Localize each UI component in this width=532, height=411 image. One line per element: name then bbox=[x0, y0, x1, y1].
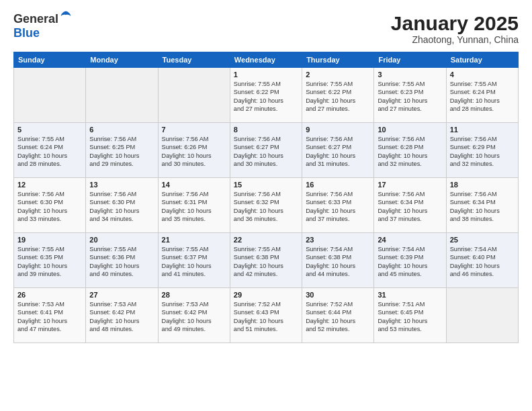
day-info: Sunrise: 7:56 AM Sunset: 6:32 PM Dayligh… bbox=[234, 190, 298, 224]
day-number: 22 bbox=[234, 236, 298, 244]
weekday-sunday: Sunday bbox=[14, 52, 86, 68]
day-info: Sunrise: 7:56 AM Sunset: 6:30 PM Dayligh… bbox=[17, 190, 82, 224]
calendar-table: SundayMondayTuesdayWednesdayThursdayFrid… bbox=[13, 52, 519, 343]
calendar-cell: 25Sunrise: 7:54 AM Sunset: 6:40 PM Dayli… bbox=[446, 233, 518, 288]
day-info: Sunrise: 7:56 AM Sunset: 6:34 PM Dayligh… bbox=[450, 190, 515, 224]
day-number: 30 bbox=[306, 291, 370, 299]
calendar-cell: 19Sunrise: 7:55 AM Sunset: 6:35 PM Dayli… bbox=[14, 233, 86, 288]
calendar-cell: 4Sunrise: 7:55 AM Sunset: 6:24 PM Daylig… bbox=[446, 68, 518, 123]
weekday-monday: Monday bbox=[86, 52, 158, 68]
weekday-thursday: Thursday bbox=[302, 52, 374, 68]
day-info: Sunrise: 7:55 AM Sunset: 6:36 PM Dayligh… bbox=[89, 245, 154, 279]
logo-blue: Blue bbox=[13, 26, 40, 40]
calendar-body: 1Sunrise: 7:55 AM Sunset: 6:22 PM Daylig… bbox=[14, 68, 519, 343]
calendar-cell: 28Sunrise: 7:53 AM Sunset: 6:42 PM Dayli… bbox=[158, 288, 230, 343]
calendar-cell: 27Sunrise: 7:53 AM Sunset: 6:42 PM Dayli… bbox=[86, 288, 158, 343]
day-info: Sunrise: 7:55 AM Sunset: 6:22 PM Dayligh… bbox=[306, 80, 370, 113]
day-number: 12 bbox=[17, 181, 82, 189]
day-info: Sunrise: 7:53 AM Sunset: 6:42 PM Dayligh… bbox=[89, 300, 154, 334]
day-info: Sunrise: 7:54 AM Sunset: 6:38 PM Dayligh… bbox=[306, 245, 370, 279]
day-info: Sunrise: 7:56 AM Sunset: 6:31 PM Dayligh… bbox=[162, 190, 226, 224]
calendar-week-2: 5Sunrise: 7:55 AM Sunset: 6:24 PM Daylig… bbox=[14, 123, 519, 178]
day-info: Sunrise: 7:55 AM Sunset: 6:37 PM Dayligh… bbox=[162, 245, 226, 279]
calendar-cell: 7Sunrise: 7:56 AM Sunset: 6:26 PM Daylig… bbox=[158, 123, 230, 178]
day-info: Sunrise: 7:56 AM Sunset: 6:26 PM Dayligh… bbox=[162, 135, 226, 169]
day-info: Sunrise: 7:55 AM Sunset: 6:38 PM Dayligh… bbox=[234, 245, 298, 279]
day-info: Sunrise: 7:51 AM Sunset: 6:45 PM Dayligh… bbox=[378, 300, 442, 334]
calendar-cell: 30Sunrise: 7:52 AM Sunset: 6:44 PM Dayli… bbox=[302, 288, 374, 343]
calendar-cell: 17Sunrise: 7:56 AM Sunset: 6:34 PM Dayli… bbox=[374, 178, 446, 233]
weekday-tuesday: Tuesday bbox=[158, 52, 230, 68]
calendar-cell: 29Sunrise: 7:52 AM Sunset: 6:43 PM Dayli… bbox=[230, 288, 302, 343]
logo-bird-icon bbox=[60, 10, 72, 22]
day-info: Sunrise: 7:54 AM Sunset: 6:40 PM Dayligh… bbox=[450, 245, 515, 279]
day-info: Sunrise: 7:53 AM Sunset: 6:41 PM Dayligh… bbox=[17, 300, 82, 334]
day-info: Sunrise: 7:55 AM Sunset: 6:24 PM Dayligh… bbox=[17, 135, 82, 169]
page-subtitle: Zhaotong, Yunnan, China bbox=[391, 34, 519, 45]
day-number: 5 bbox=[17, 126, 82, 134]
day-number: 4 bbox=[450, 71, 515, 79]
calendar-week-3: 12Sunrise: 7:56 AM Sunset: 6:30 PM Dayli… bbox=[14, 178, 519, 233]
day-number: 3 bbox=[378, 71, 442, 79]
calendar-cell: 14Sunrise: 7:56 AM Sunset: 6:31 PM Dayli… bbox=[158, 178, 230, 233]
day-number: 8 bbox=[234, 126, 298, 134]
calendar-cell: 3Sunrise: 7:55 AM Sunset: 6:23 PM Daylig… bbox=[374, 68, 446, 123]
day-number: 20 bbox=[89, 236, 154, 244]
calendar-cell: 22Sunrise: 7:55 AM Sunset: 6:38 PM Dayli… bbox=[230, 233, 302, 288]
day-number: 13 bbox=[89, 181, 154, 189]
calendar-cell: 12Sunrise: 7:56 AM Sunset: 6:30 PM Dayli… bbox=[14, 178, 86, 233]
calendar-cell: 5Sunrise: 7:55 AM Sunset: 6:24 PM Daylig… bbox=[14, 123, 86, 178]
weekday-friday: Friday bbox=[374, 52, 446, 68]
title-block: January 2025 Zhaotong, Yunnan, China bbox=[391, 12, 519, 45]
day-info: Sunrise: 7:53 AM Sunset: 6:42 PM Dayligh… bbox=[162, 300, 226, 334]
day-number: 11 bbox=[450, 126, 515, 134]
day-number: 31 bbox=[378, 291, 442, 299]
logo: General Blue bbox=[13, 12, 72, 40]
day-info: Sunrise: 7:52 AM Sunset: 6:44 PM Dayligh… bbox=[306, 300, 370, 334]
weekday-saturday: Saturday bbox=[446, 52, 518, 68]
day-number: 23 bbox=[306, 236, 370, 244]
day-number: 10 bbox=[378, 126, 442, 134]
day-number: 16 bbox=[306, 181, 370, 189]
calendar-cell: 1Sunrise: 7:55 AM Sunset: 6:22 PM Daylig… bbox=[230, 68, 302, 123]
calendar-week-4: 19Sunrise: 7:55 AM Sunset: 6:35 PM Dayli… bbox=[14, 233, 519, 288]
day-info: Sunrise: 7:55 AM Sunset: 6:23 PM Dayligh… bbox=[378, 80, 442, 113]
calendar-cell: 10Sunrise: 7:56 AM Sunset: 6:28 PM Dayli… bbox=[374, 123, 446, 178]
day-number: 9 bbox=[306, 126, 370, 134]
day-number: 26 bbox=[17, 291, 82, 299]
day-number: 25 bbox=[450, 236, 515, 244]
day-info: Sunrise: 7:56 AM Sunset: 6:33 PM Dayligh… bbox=[306, 190, 370, 224]
calendar-cell: 21Sunrise: 7:55 AM Sunset: 6:37 PM Dayli… bbox=[158, 233, 230, 288]
calendar-cell: 6Sunrise: 7:56 AM Sunset: 6:25 PM Daylig… bbox=[86, 123, 158, 178]
page-title: January 2025 bbox=[391, 12, 519, 34]
calendar-cell: 13Sunrise: 7:56 AM Sunset: 6:30 PM Dayli… bbox=[86, 178, 158, 233]
day-number: 17 bbox=[378, 181, 442, 189]
calendar-cell: 16Sunrise: 7:56 AM Sunset: 6:33 PM Dayli… bbox=[302, 178, 374, 233]
day-info: Sunrise: 7:55 AM Sunset: 6:22 PM Dayligh… bbox=[234, 80, 298, 113]
day-info: Sunrise: 7:56 AM Sunset: 6:27 PM Dayligh… bbox=[234, 135, 298, 169]
day-info: Sunrise: 7:54 AM Sunset: 6:39 PM Dayligh… bbox=[378, 245, 442, 279]
weekday-wednesday: Wednesday bbox=[230, 52, 302, 68]
day-number: 28 bbox=[162, 291, 226, 299]
logo-general: General bbox=[13, 12, 58, 26]
day-info: Sunrise: 7:56 AM Sunset: 6:34 PM Dayligh… bbox=[378, 190, 442, 224]
day-info: Sunrise: 7:56 AM Sunset: 6:27 PM Dayligh… bbox=[306, 135, 370, 169]
day-number: 6 bbox=[89, 126, 154, 134]
calendar-cell: 26Sunrise: 7:53 AM Sunset: 6:41 PM Dayli… bbox=[14, 288, 86, 343]
day-number: 18 bbox=[450, 181, 515, 189]
calendar-header: SundayMondayTuesdayWednesdayThursdayFrid… bbox=[14, 52, 519, 68]
day-info: Sunrise: 7:55 AM Sunset: 6:24 PM Dayligh… bbox=[450, 80, 515, 113]
calendar-cell: 9Sunrise: 7:56 AM Sunset: 6:27 PM Daylig… bbox=[302, 123, 374, 178]
day-info: Sunrise: 7:56 AM Sunset: 6:28 PM Dayligh… bbox=[378, 135, 442, 169]
day-info: Sunrise: 7:56 AM Sunset: 6:25 PM Dayligh… bbox=[89, 135, 154, 169]
calendar-cell: 31Sunrise: 7:51 AM Sunset: 6:45 PM Dayli… bbox=[374, 288, 446, 343]
calendar-cell bbox=[158, 68, 230, 123]
day-number: 15 bbox=[234, 181, 298, 189]
day-number: 14 bbox=[162, 181, 226, 189]
calendar-cell bbox=[14, 68, 86, 123]
calendar-cell: 2Sunrise: 7:55 AM Sunset: 6:22 PM Daylig… bbox=[302, 68, 374, 123]
calendar-cell: 15Sunrise: 7:56 AM Sunset: 6:32 PM Dayli… bbox=[230, 178, 302, 233]
calendar-week-1: 1Sunrise: 7:55 AM Sunset: 6:22 PM Daylig… bbox=[14, 68, 519, 123]
header: General Blue January 2025 Zhaotong, Yunn… bbox=[13, 12, 519, 45]
weekday-header-row: SundayMondayTuesdayWednesdayThursdayFrid… bbox=[14, 52, 519, 68]
